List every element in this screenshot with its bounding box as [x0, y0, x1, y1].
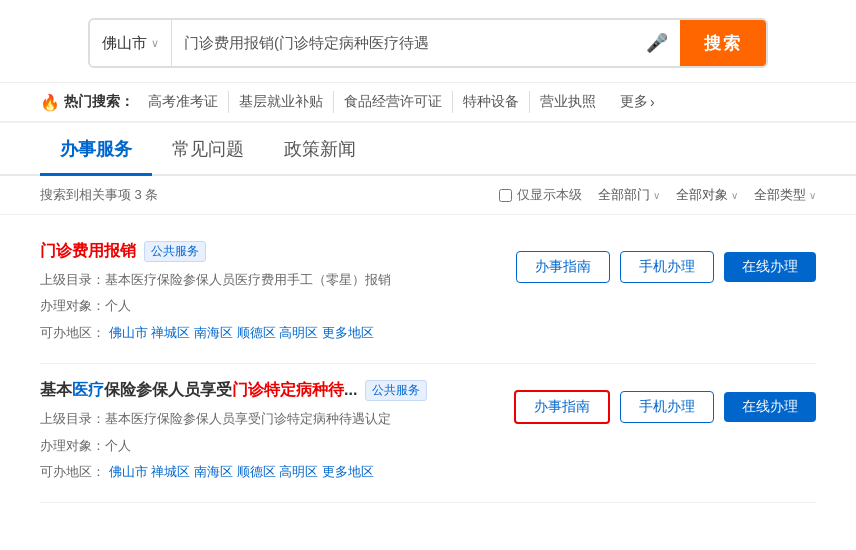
- search-area: 佛山市 ∨ 🎤 搜索: [0, 0, 856, 83]
- result-2-mobile-btn[interactable]: 手机办理: [620, 391, 714, 423]
- result-1-loc-3[interactable]: 南海区: [194, 325, 233, 340]
- result-1-loc-5[interactable]: 高明区: [279, 325, 318, 340]
- city-dropdown-arrow: ∨: [151, 37, 159, 50]
- result-2-more-locations[interactable]: 更多地区: [322, 464, 374, 479]
- search-bar: 佛山市 ∨ 🎤 搜索: [88, 18, 768, 68]
- results-area: 门诊费用报销 公共服务 上级目录：基本医疗保险参保人员医疗费用手工（零星）报销 …: [0, 215, 856, 513]
- city-label: 佛山市: [102, 34, 147, 53]
- type-arrow-icon: ∨: [809, 190, 816, 201]
- hot-items-list: 高考准考证 基层就业补贴 食品经营许可证 特种设备 营业执照: [144, 91, 606, 113]
- result-2-locations: 可办地区： 佛山市 禅城区 南海区 顺德区 高明区 更多地区: [40, 460, 514, 483]
- result-2-guide-btn[interactable]: 办事指南: [514, 390, 610, 424]
- result-1-title-highlight: 门诊费用报销: [40, 242, 136, 259]
- hot-item-5[interactable]: 营业执照: [530, 91, 606, 113]
- result-2-action-btns: 办事指南 手机办理 在线办理: [514, 390, 816, 424]
- result-2-layout: 基本医疗保险参保人员享受门诊特定病种待... 公共服务 上级目录：基本医疗保险参…: [40, 380, 816, 486]
- more-hot-search-btn[interactable]: 更多 ›: [612, 91, 663, 113]
- search-input[interactable]: [172, 20, 634, 66]
- filter-options: 仅显示本级 全部部门 ∨ 全部对象 ∨ 全部类型 ∨: [499, 186, 816, 204]
- dept-filter[interactable]: 全部部门 ∨: [598, 186, 660, 204]
- hot-label-text: 热门搜索：: [64, 93, 134, 111]
- result-1-more-locations[interactable]: 更多地区: [322, 325, 374, 340]
- type-filter[interactable]: 全部类型 ∨: [754, 186, 816, 204]
- result-1-loc-1[interactable]: 佛山市: [109, 325, 148, 340]
- result-2-loc-2[interactable]: 禅城区: [151, 464, 190, 479]
- result-1-online-btn[interactable]: 在线办理: [724, 252, 816, 282]
- result-1-mobile-btn[interactable]: 手机办理: [620, 251, 714, 283]
- result-1-info: 门诊费用报销 公共服务 上级目录：基本医疗保险参保人员医疗费用手工（零星）报销 …: [40, 241, 516, 347]
- result-1-title: 门诊费用报销: [40, 241, 136, 262]
- result-2-title-base: 基本: [40, 381, 72, 398]
- more-arrow-icon: ›: [650, 94, 655, 110]
- result-2-online-btn[interactable]: 在线办理: [724, 392, 816, 422]
- result-2-title-row: 基本医疗保险参保人员享受门诊特定病种待... 公共服务: [40, 380, 514, 401]
- hot-item-3[interactable]: 食品经营许可证: [334, 91, 453, 113]
- result-2-loc-5[interactable]: 高明区: [279, 464, 318, 479]
- search-button[interactable]: 搜索: [680, 20, 766, 66]
- result-2-loc-3[interactable]: 南海区: [194, 464, 233, 479]
- result-1-target: 办理对象：个人: [40, 294, 516, 317]
- dept-arrow-icon: ∨: [653, 190, 660, 201]
- mic-icon[interactable]: 🎤: [634, 32, 680, 54]
- result-2-target: 办理对象：个人: [40, 434, 514, 457]
- result-2-title-medical: 医疗: [72, 381, 104, 398]
- result-2-info: 基本医疗保险参保人员享受门诊特定病种待... 公共服务 上级目录：基本医疗保险参…: [40, 380, 514, 486]
- result-2-title-mid: 保险参保人员享受: [104, 381, 232, 398]
- result-2-title-highlight: 门诊特定病种待: [232, 381, 344, 398]
- result-count: 搜索到相关事项 3 条: [40, 186, 158, 204]
- result-1-tag: 公共服务: [144, 241, 206, 262]
- result-1-loc-4[interactable]: 顺德区: [237, 325, 276, 340]
- tabs-area: 办事服务 常见问题 政策新闻: [0, 123, 856, 176]
- result-item-1: 门诊费用报销 公共服务 上级目录：基本医疗保险参保人员医疗费用手工（零星）报销 …: [40, 225, 816, 364]
- tab-policy[interactable]: 政策新闻: [264, 123, 376, 176]
- result-1-parent: 上级目录：基本医疗保险参保人员医疗费用手工（零星）报销: [40, 268, 516, 291]
- tab-faq[interactable]: 常见问题: [152, 123, 264, 176]
- dept-label: 全部部门: [598, 186, 650, 204]
- fire-icon: 🔥: [40, 93, 60, 112]
- hot-search-label: 🔥 热门搜索：: [40, 93, 134, 112]
- type-label: 全部类型: [754, 186, 806, 204]
- more-label: 更多: [620, 93, 648, 111]
- hot-item-4[interactable]: 特种设备: [453, 91, 530, 113]
- filter-bar: 搜索到相关事项 3 条 仅显示本级 全部部门 ∨ 全部对象 ∨ 全部类型 ∨: [0, 176, 856, 215]
- result-1-locations: 可办地区： 佛山市 禅城区 南海区 顺德区 高明区 更多地区: [40, 321, 516, 344]
- result-item-2: 基本医疗保险参保人员享受门诊特定病种待... 公共服务 上级目录：基本医疗保险参…: [40, 364, 816, 503]
- result-1-action-btns: 办事指南 手机办理 在线办理: [516, 251, 816, 283]
- only-current-label: 仅显示本级: [517, 186, 582, 204]
- hot-search-bar: 🔥 热门搜索： 高考准考证 基层就业补贴 食品经营许可证 特种设备 营业执照 更…: [0, 83, 856, 123]
- result-2-loc-1[interactable]: 佛山市: [109, 464, 148, 479]
- city-selector[interactable]: 佛山市 ∨: [90, 20, 172, 66]
- result-2-tag: 公共服务: [365, 380, 427, 401]
- target-label: 全部对象: [676, 186, 728, 204]
- hot-item-1[interactable]: 高考准考证: [144, 91, 229, 113]
- result-1-title-row: 门诊费用报销 公共服务: [40, 241, 516, 262]
- result-1-guide-btn[interactable]: 办事指南: [516, 251, 610, 283]
- target-filter[interactable]: 全部对象 ∨: [676, 186, 738, 204]
- result-2-parent: 上级目录：基本医疗保险参保人员享受门诊特定病种待遇认定: [40, 407, 514, 430]
- hot-item-2[interactable]: 基层就业补贴: [229, 91, 334, 113]
- result-2-title: 基本医疗保险参保人员享受门诊特定病种待...: [40, 380, 357, 401]
- target-arrow-icon: ∨: [731, 190, 738, 201]
- tab-services[interactable]: 办事服务: [40, 123, 152, 176]
- only-current-checkbox-input[interactable]: [499, 189, 512, 202]
- result-2-loc-4[interactable]: 顺德区: [237, 464, 276, 479]
- result-1-layout: 门诊费用报销 公共服务 上级目录：基本医疗保险参保人员医疗费用手工（零星）报销 …: [40, 241, 816, 347]
- result-2-title-ellipsis: ...: [344, 381, 357, 398]
- result-1-loc-2[interactable]: 禅城区: [151, 325, 190, 340]
- only-current-level-checkbox[interactable]: 仅显示本级: [499, 186, 582, 204]
